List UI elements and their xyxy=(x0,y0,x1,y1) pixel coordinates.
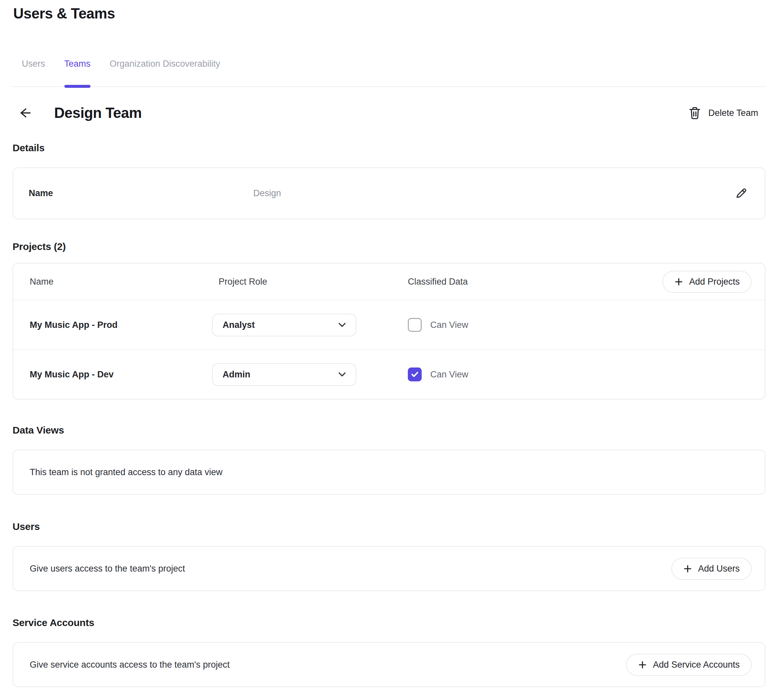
add-projects-button[interactable]: Add Projects xyxy=(662,271,751,293)
add-service-accounts-button[interactable]: Add Service Accounts xyxy=(626,654,751,676)
tab-users[interactable]: Users xyxy=(22,59,45,86)
details-heading: Details xyxy=(13,142,765,153)
add-users-button[interactable]: Add Users xyxy=(671,558,751,580)
trash-icon xyxy=(688,106,701,120)
projects-heading: Projects (2) xyxy=(13,241,765,252)
team-header: Design Team Delete Team xyxy=(13,105,765,121)
table-row: My Music App - Prod Analyst Can View xyxy=(13,300,765,349)
tab-organization-discoverability[interactable]: Organization Discoverability xyxy=(110,59,220,86)
plus-icon xyxy=(638,660,647,669)
column-header-project-role: Project Role xyxy=(218,277,408,287)
table-row: My Music App - Dev Admin Can View xyxy=(13,349,765,399)
can-view-label: Can View xyxy=(430,320,468,330)
back-button[interactable] xyxy=(17,105,32,120)
add-users-label: Add Users xyxy=(698,563,740,574)
users-card: Give users access to the team's project … xyxy=(13,546,765,591)
chevron-down-icon xyxy=(338,323,346,327)
plus-icon xyxy=(674,277,683,286)
page-title: Users & Teams xyxy=(13,5,765,22)
project-role-select[interactable]: Analyst xyxy=(212,314,356,337)
data-views-card: This team is not granted access to any d… xyxy=(13,450,765,495)
column-header-classified-data: Classified Data xyxy=(408,277,662,287)
add-projects-label: Add Projects xyxy=(689,277,740,287)
project-name: My Music App - Prod xyxy=(30,320,218,330)
can-view-checkbox[interactable] xyxy=(408,368,422,382)
tab-teams[interactable]: Teams xyxy=(64,59,91,86)
details-card: Name Design xyxy=(13,167,765,219)
users-empty-text: Give users access to the team's project xyxy=(30,563,185,574)
team-title: Design Team xyxy=(54,105,142,121)
name-label: Name xyxy=(29,188,253,198)
check-icon xyxy=(410,370,419,379)
projects-header-row: Name Project Role Classified Data Add Pr… xyxy=(13,263,765,300)
projects-table: Name Project Role Classified Data Add Pr… xyxy=(13,263,765,400)
pencil-icon xyxy=(734,187,748,200)
data-views-empty-text: This team is not granted access to any d… xyxy=(30,467,223,477)
can-view-label: Can View xyxy=(430,370,468,380)
delete-team-label: Delete Team xyxy=(708,108,758,118)
edit-name-button[interactable] xyxy=(734,187,748,200)
back-arrow-icon xyxy=(18,106,32,120)
project-role-select[interactable]: Admin xyxy=(212,363,356,386)
can-view-checkbox[interactable] xyxy=(408,318,422,332)
service-accounts-heading: Service Accounts xyxy=(13,617,765,628)
users-heading: Users xyxy=(13,521,765,532)
chevron-down-icon xyxy=(338,372,346,377)
data-views-heading: Data Views xyxy=(13,425,765,436)
service-accounts-card: Give service accounts access to the team… xyxy=(13,642,765,687)
project-role-value: Analyst xyxy=(223,320,255,330)
add-service-accounts-label: Add Service Accounts xyxy=(653,660,740,670)
name-value: Design xyxy=(253,188,734,198)
plus-icon xyxy=(683,564,692,573)
column-header-name: Name xyxy=(30,277,218,287)
project-role-value: Admin xyxy=(223,370,250,380)
delete-team-button[interactable]: Delete Team xyxy=(688,106,758,120)
service-accounts-empty-text: Give service accounts access to the team… xyxy=(30,660,230,670)
page: Users & Teams Users Teams Organization D… xyxy=(0,5,778,687)
project-name: My Music App - Dev xyxy=(30,370,218,380)
tab-bar: Users Teams Organization Discoverability xyxy=(13,59,765,87)
